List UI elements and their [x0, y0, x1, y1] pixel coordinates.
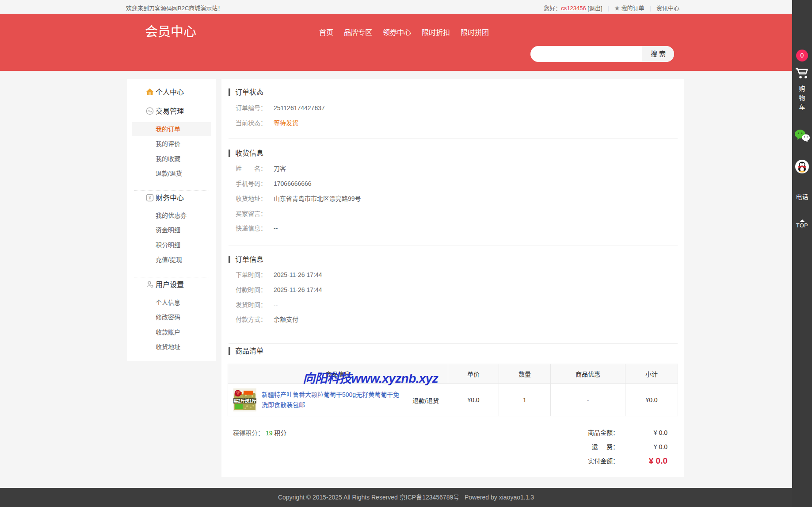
svg-text:¥: ¥ [148, 196, 151, 200]
svg-text:送: 送 [237, 393, 239, 396]
svg-text:买2斤送1斤: 买2斤送1斤 [233, 398, 256, 403]
